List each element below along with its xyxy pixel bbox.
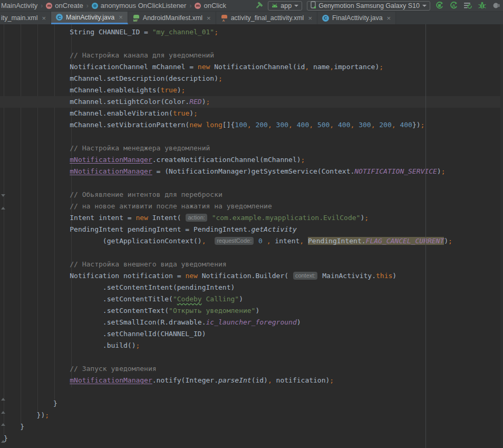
code-line[interactable]: // на новое активити после нажатия на ув… bbox=[0, 201, 503, 212]
code-token: .notify(Integer. bbox=[152, 376, 218, 384]
code-token: }) bbox=[4, 411, 45, 419]
code-line[interactable]: // Настройка внешнего вида уведомления bbox=[0, 259, 503, 270]
device-dropdown[interactable]: Genymotion Samsung Galaxy S10 bbox=[307, 1, 430, 11]
tab-androidmanifest-xml[interactable]: AndroidManifest.xml× bbox=[128, 12, 216, 24]
tab-activity-final-acttivity-xml[interactable]: activity_final_acttivity.xml× bbox=[216, 12, 317, 24]
tab-mainactivity-java[interactable]: MainActivity.java× bbox=[51, 12, 128, 24]
code-line[interactable]: .setContentTitle("Codeby Calling") bbox=[0, 293, 503, 305]
code-line[interactable] bbox=[0, 38, 503, 50]
tab-ity-main-xml[interactable]: ity_main.xml× bbox=[0, 12, 51, 24]
breadcrumb-item[interactable]: anonymous OnClickListener bbox=[101, 2, 187, 9]
code-line[interactable]: // Настройка канала для уведомлений bbox=[0, 50, 503, 61]
code-line[interactable]: // Запуск уведомления bbox=[0, 363, 503, 375]
code-token: requestCode: bbox=[215, 237, 254, 245]
apply-code-changes-icon[interactable]: A bbox=[449, 1, 458, 10]
code-token: ; bbox=[448, 237, 452, 245]
code-token: , bbox=[309, 121, 313, 129]
apply-changes-icon[interactable] bbox=[435, 1, 444, 10]
code-token: ) bbox=[297, 318, 301, 326]
code-token: ; bbox=[136, 341, 140, 349]
breadcrumb-item[interactable]: onCreate bbox=[55, 2, 83, 9]
code-line[interactable]: mChannel.setLightColor(Color.RED); bbox=[0, 96, 503, 108]
code-line[interactable]: .setContentText("Открыть уведомление") bbox=[0, 305, 503, 317]
code-line[interactable]: } bbox=[0, 421, 503, 433]
code-line[interactable]: } bbox=[0, 433, 503, 444]
rerun-icon[interactable] bbox=[463, 1, 472, 10]
code-token: , bbox=[267, 237, 271, 245]
code-line[interactable]: mChannel.setVibrationPattern(new long[]{… bbox=[0, 119, 503, 131]
code-token: intent bbox=[271, 237, 300, 245]
editor[interactable]: String CHANNEL_ID = "my_channel_01"; // … bbox=[0, 24, 503, 448]
code-line[interactable]: mChannel.setDescription(description); bbox=[0, 73, 503, 84]
debug-icon[interactable] bbox=[478, 1, 487, 10]
tab-finalacttivity-java[interactable]: FinalActtivity.java× bbox=[317, 12, 396, 24]
code-line[interactable]: mNotificationManager.notify(Integer.pars… bbox=[0, 375, 503, 386]
tab-close-icon[interactable]: × bbox=[386, 15, 391, 22]
tab-close-icon[interactable]: × bbox=[41, 15, 46, 22]
breadcrumb-item[interactable]: MainActivity bbox=[1, 2, 37, 9]
code-token: importance) bbox=[334, 63, 379, 71]
code-line[interactable]: String CHANNEL_ID = "my_channel_01"; bbox=[0, 26, 503, 38]
editor-scrollbar[interactable] bbox=[500, 24, 503, 448]
code-token bbox=[254, 237, 258, 245]
code-token: 200 bbox=[379, 121, 391, 129]
tab-close-icon[interactable]: × bbox=[307, 15, 312, 22]
code-line[interactable]: PendingIntent pendingIntent = PendingInt… bbox=[0, 224, 503, 235]
code-token: mNotificationManager bbox=[70, 376, 152, 384]
code-line[interactable]: // Обьявление интентов для переброски bbox=[0, 189, 503, 201]
code-line[interactable]: mNotificationManager = (NotificationMana… bbox=[0, 166, 503, 177]
code-token: ) bbox=[202, 98, 206, 106]
code-token: ; bbox=[214, 28, 218, 36]
code-line[interactable]: } bbox=[0, 398, 503, 409]
fold-marker-icon[interactable] bbox=[1, 440, 5, 443]
code-area[interactable]: String CHANNEL_ID = "my_channel_01"; // … bbox=[0, 24, 503, 444]
code-line[interactable] bbox=[0, 386, 503, 398]
device-label: Genymotion Samsung Galaxy S10 bbox=[318, 2, 420, 9]
code-token: Notification.Builder( bbox=[198, 272, 293, 280]
code-token: , bbox=[392, 121, 396, 129]
code-line[interactable]: Intent intent = new Intent( action: "com… bbox=[0, 212, 503, 224]
code-token: 200 bbox=[255, 121, 267, 129]
tab-close-icon[interactable]: × bbox=[118, 14, 123, 21]
attach-debugger-icon[interactable] bbox=[492, 1, 501, 10]
fold-marker-icon[interactable] bbox=[1, 194, 5, 197]
code-line[interactable]: mChannel.enableVibration(true); bbox=[0, 108, 503, 119]
code-token: ) bbox=[189, 109, 194, 117]
build-hammer-icon[interactable] bbox=[254, 1, 263, 10]
fold-marker-icon[interactable] bbox=[1, 207, 5, 209]
right-margin-line bbox=[425, 24, 426, 448]
code-line[interactable] bbox=[0, 247, 503, 259]
code-line[interactable]: mChannel.enableLights(true); bbox=[0, 84, 503, 96]
code-line[interactable]: .setSmallIcon(R.drawable.ic_launcher_for… bbox=[0, 317, 503, 328]
code-line[interactable]: }); bbox=[0, 409, 503, 421]
fold-marker-icon[interactable] bbox=[1, 411, 5, 414]
code-token: // Настройка менеджера уведомлений bbox=[4, 144, 210, 152]
code-line[interactable]: NotificationChannel mChannel = new Notif… bbox=[0, 61, 503, 73]
code-token: 400 bbox=[400, 121, 412, 129]
code-token: // на новое активити после нажатия на ув… bbox=[4, 202, 272, 210]
code-line[interactable]: .build(); bbox=[0, 340, 503, 351]
tab-label: MainActivity.java bbox=[66, 14, 114, 21]
code-token: // Обьявление интентов для переброски bbox=[4, 190, 223, 198]
code-line[interactable]: .setChannelId(CHANNEL_ID) bbox=[0, 328, 503, 340]
code-line[interactable]: // Настройка менеджера уведомлений bbox=[0, 142, 503, 154]
breadcrumb-item[interactable]: onClick bbox=[204, 2, 226, 9]
code-line[interactable]: mNotificationManager.createNotificationC… bbox=[0, 154, 503, 166]
fold-marker-icon[interactable] bbox=[1, 398, 5, 401]
code-line[interactable] bbox=[0, 131, 503, 142]
code-token: 100 bbox=[235, 121, 247, 129]
code-line[interactable] bbox=[0, 177, 503, 189]
run-config-dropdown[interactable]: app bbox=[268, 1, 302, 11]
code-token: ) bbox=[255, 307, 259, 314]
code-line[interactable] bbox=[0, 351, 503, 363]
tab-close-icon[interactable]: × bbox=[206, 15, 211, 22]
code-token: 0 bbox=[258, 237, 263, 245]
tabs: ity_main.xml×MainActivity.java×AndroidMa… bbox=[0, 12, 396, 24]
code-line[interactable]: .setContentIntent(pendingIntent) bbox=[0, 282, 503, 293]
code-line[interactable]: Notification notification = new Notifica… bbox=[0, 270, 503, 282]
code-token bbox=[313, 121, 317, 129]
chevron-down-icon bbox=[294, 5, 298, 7]
fold-marker-icon[interactable] bbox=[1, 423, 5, 426]
anonymous-class-icon bbox=[92, 3, 98, 9]
code-line[interactable]: (getApplicationContext(), requestCode: 0… bbox=[0, 235, 503, 247]
